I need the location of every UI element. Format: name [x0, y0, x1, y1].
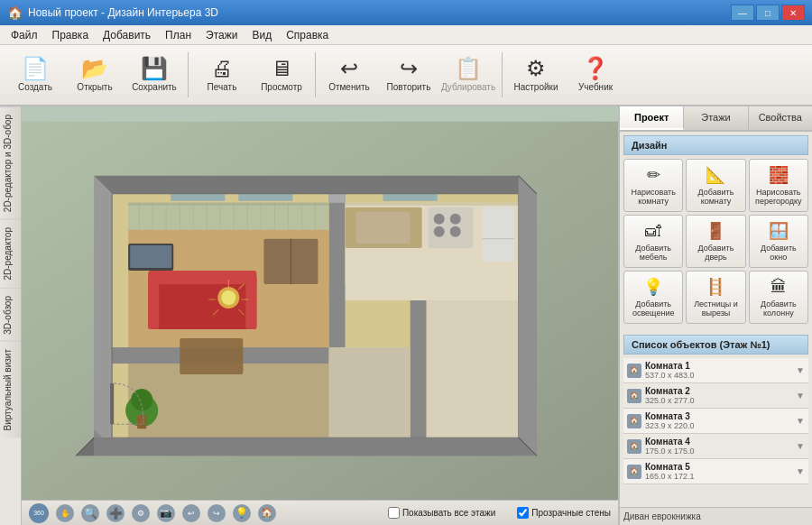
show-all-floors-input[interactable]	[388, 507, 400, 519]
home-button[interactable]: 🏠	[258, 504, 276, 522]
add-furniture-icon: 🛋	[645, 222, 661, 241]
stairs-label: Лестницы и вырезы	[690, 299, 741, 318]
tab-floors[interactable]: Этажи	[684, 106, 748, 130]
objects-list[interactable]: 🏠 Комната 1 537.0 x 483.0 ▼ 🏠 Комната 2 …	[623, 358, 808, 507]
svg-marker-16	[128, 364, 328, 438]
create-icon: 📄	[22, 58, 49, 79]
right-panel-tabs: Проект Этажи Свойства	[620, 106, 812, 132]
menu-help[interactable]: Справка	[279, 27, 336, 43]
menu-edit[interactable]: Правка	[45, 27, 97, 43]
draw-room-label: Нарисовать комнату	[628, 188, 678, 206]
toolbar: 📄 Создать 📂 Открыть 💾 Сохранить 🖨 Печать…	[0, 45, 812, 106]
menu-add[interactable]: Добавить	[96, 27, 158, 43]
duplicate-button[interactable]: 📋 Дублировать	[440, 49, 496, 101]
menu-file[interactable]: Файл	[4, 27, 45, 43]
svg-rect-56	[238, 194, 292, 201]
undo-button[interactable]: ↩ Отменить	[321, 49, 377, 101]
room5-info: Комната 5 165.0 x 172.1	[645, 462, 792, 481]
add-column-label: Добавить колонну	[753, 299, 804, 318]
undo-label: Отменить	[328, 82, 370, 92]
maximize-button[interactable]: □	[756, 5, 780, 21]
stairs-icon: 🪜	[706, 277, 725, 297]
room4-size: 175.0 x 175.0	[645, 447, 792, 456]
tutorial-button[interactable]: ❓ Учебник	[567, 49, 623, 101]
duplicate-icon: 📋	[455, 58, 482, 79]
tab-2d-editor[interactable]: 2D-редактор	[0, 219, 21, 288]
undo-view-button[interactable]: ↩	[182, 504, 200, 522]
room1-expand-icon[interactable]: ▼	[796, 365, 805, 375]
objects-section: Список объектов (Этаж №1) 🏠 Комната 1 53…	[620, 331, 812, 507]
room5-expand-icon[interactable]: ▼	[796, 466, 805, 476]
duplicate-label: Дублировать	[441, 82, 495, 92]
menu-floors[interactable]: Этажи	[198, 27, 245, 43]
draw-wall-button[interactable]: 🧱 Нарисовать перегородку	[749, 159, 808, 212]
tab-properties[interactable]: Свойства	[749, 106, 812, 130]
svg-point-48	[434, 226, 445, 237]
object-item-room4[interactable]: 🏠 Комната 4 175.0 x 175.0 ▼	[623, 434, 808, 459]
svg-marker-2	[94, 176, 112, 447]
stairs-button[interactable]: 🪜 Лестницы и вырезы	[686, 271, 745, 324]
svg-rect-34	[148, 271, 256, 284]
redo-icon: ↪	[400, 58, 418, 79]
tab-project[interactable]: Проект	[620, 106, 684, 130]
room4-icon: 🏠	[627, 439, 641, 454]
redo-view-button[interactable]: ↪	[208, 504, 226, 522]
save-button[interactable]: 💾 Сохранить	[126, 49, 182, 101]
svg-marker-1	[94, 176, 537, 194]
360-view-button[interactable]: 360	[29, 503, 49, 523]
add-room-button[interactable]: 📐 Добавить комнату	[686, 159, 745, 212]
save-icon: 💾	[141, 58, 168, 79]
gear-tool-button[interactable]: ⚙	[132, 504, 150, 522]
room4-expand-icon[interactable]: ▼	[796, 441, 805, 451]
close-button[interactable]: ✕	[781, 5, 805, 21]
draw-room-icon: ✏	[647, 165, 660, 185]
add-window-button[interactable]: 🪟 Добавить окно	[749, 215, 808, 268]
draw-room-button[interactable]: ✏ Нарисовать комнату	[623, 159, 683, 212]
svg-marker-15	[329, 347, 411, 438]
light-button[interactable]: 💡	[233, 504, 251, 522]
add-column-button[interactable]: 🏛 Добавить колонну	[749, 271, 808, 324]
transparent-walls-checkbox[interactable]: Прозрачные стены	[517, 507, 611, 519]
object-item-room2[interactable]: 🏠 Комната 2 325.0 x 277.0 ▼	[623, 383, 808, 409]
object-item-room5[interactable]: 🏠 Комната 5 165.0 x 172.1 ▼	[623, 459, 808, 484]
add-door-button[interactable]: 🚪 Добавить дверь	[686, 215, 745, 268]
toolbar-separator-1	[188, 52, 189, 97]
print-button[interactable]: 🖨 Печать	[194, 49, 250, 101]
menu-plan[interactable]: План	[158, 27, 198, 43]
tab-3d-view[interactable]: 3D-обзор	[0, 288, 21, 342]
svg-rect-39	[130, 245, 171, 268]
create-button[interactable]: 📄 Создать	[7, 49, 63, 101]
room3-expand-icon[interactable]: ▼	[796, 416, 805, 426]
add-light-button[interactable]: 💡 Добавить освещение	[623, 271, 683, 324]
redo-button[interactable]: ↪ Повторить	[381, 49, 437, 101]
open-icon: 📂	[81, 58, 108, 79]
pan-tool-button[interactable]: ✋	[56, 504, 74, 522]
svg-point-47	[450, 214, 461, 225]
preview-button[interactable]: 🖥 Просмотр	[254, 49, 309, 101]
transparent-walls-input[interactable]	[517, 507, 529, 519]
room2-expand-icon[interactable]: ▼	[796, 391, 805, 401]
open-button[interactable]: 📂 Открыть	[67, 49, 123, 101]
preview-icon: 🖥	[271, 58, 292, 79]
3d-view-area[interactable]: 360 ✋ 🔍 ➕ ⚙ 📷 ↩ ↪ 💡 🏠 Показывать все эта…	[22, 106, 618, 525]
svg-rect-55	[171, 194, 225, 201]
tutorial-label: Учебник	[578, 82, 613, 92]
tab-virtual-tour[interactable]: Виртуальный визит	[0, 341, 21, 438]
zoom-out-button[interactable]: 🔍	[81, 504, 99, 522]
camera-button[interactable]: 📷	[157, 504, 175, 522]
show-all-floors-checkbox[interactable]: Показывать все этажи	[388, 507, 495, 519]
zoom-in-button[interactable]: ➕	[106, 504, 125, 522]
room5-name: Комната 5	[645, 462, 792, 472]
menu-view[interactable]: Вид	[245, 27, 279, 43]
design-section: Дизайн ✏ Нарисовать комнату 📐 Добавить к…	[620, 132, 812, 331]
tab-2d-3d[interactable]: 2D-редактор и 3D-обор	[0, 106, 21, 219]
svg-rect-53	[356, 212, 411, 244]
minimize-button[interactable]: —	[731, 5, 754, 21]
add-furniture-button[interactable]: 🛋 Добавить мебель	[623, 215, 683, 268]
settings-button[interactable]: ⚙ Настройки	[508, 49, 564, 101]
object-item-room3[interactable]: 🏠 Комната 3 323.9 x 220.0 ▼	[623, 409, 808, 434]
add-window-label: Добавить окно	[753, 244, 804, 262]
room1-info: Комната 1 537.0 x 483.0	[645, 361, 792, 380]
object-item-room1[interactable]: 🏠 Комната 1 537.0 x 483.0 ▼	[623, 358, 808, 383]
statusbar: 360 ✋ 🔍 ➕ ⚙ 📷 ↩ ↪ 💡 🏠 Показывать все эта…	[22, 500, 618, 525]
